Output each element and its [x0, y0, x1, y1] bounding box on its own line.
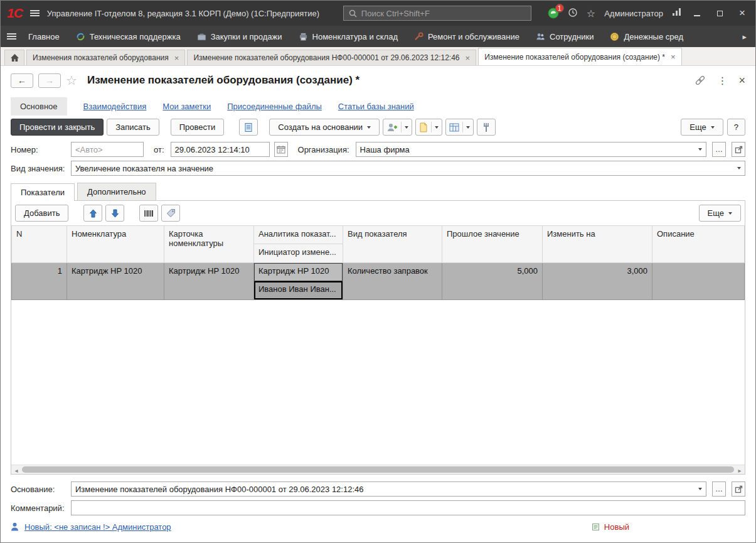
notifications-icon[interactable]: 1 — [548, 8, 559, 19]
scrollbar-thumb[interactable] — [22, 466, 734, 473]
value-kind-dropdown-button[interactable] — [733, 161, 745, 175]
window-tab-list[interactable]: Изменения показателей оборудования — [26, 50, 185, 65]
cell-initiator-focused[interactable]: Иванов Иван Иван... — [254, 281, 343, 299]
forward-button[interactable] — [38, 73, 61, 88]
nav-kb-articles[interactable]: Статьи базы знаний — [338, 102, 414, 111]
base-field[interactable] — [71, 481, 706, 497]
cell-previous-value[interactable]: 5,000 — [442, 263, 543, 300]
cell-kind[interactable]: Количество заправок — [343, 263, 442, 300]
sections-overflow-icon[interactable] — [740, 32, 749, 41]
post-and-close-button[interactable]: Провести и закрыть — [11, 119, 104, 136]
col-header-analytics-initiator[interactable]: Аналитика показат... Инициатор измене... — [254, 226, 343, 263]
section-employees[interactable]: Сотрудники — [528, 26, 602, 47]
post-button[interactable]: Провести — [171, 119, 225, 136]
number-field[interactable] — [71, 142, 144, 157]
section-tech-support[interactable]: Техническая поддержка — [68, 26, 189, 47]
section-warehouse[interactable]: Номенклатура и склад — [290, 26, 406, 47]
organization-dropdown-button[interactable] — [695, 142, 706, 156]
base-choose-button[interactable] — [712, 481, 726, 497]
col-header-initiator[interactable]: Инициатор измене... — [254, 244, 343, 262]
base-open-button[interactable] — [732, 481, 745, 497]
label-tag-button[interactable] — [161, 205, 180, 222]
scroll-left-icon[interactable] — [13, 465, 20, 475]
base-dropdown-button[interactable] — [695, 482, 706, 496]
document-status-link[interactable]: Новый: <не записан !> Администратор — [24, 522, 171, 532]
more-actions-icon[interactable] — [717, 75, 727, 87]
back-button[interactable] — [11, 73, 33, 88]
table-row[interactable]: 1 Картридж HP 1020 Картридж HP 1020 Карт… — [12, 263, 745, 300]
col-header-nomenclature[interactable]: Номенклатура — [67, 226, 164, 263]
add-to-favorites-icon[interactable] — [66, 73, 77, 88]
add-row-button[interactable]: Добавить — [15, 205, 68, 222]
cell-nomenclature[interactable]: Картридж HP 1020 — [67, 263, 164, 300]
reports-button[interactable] — [445, 119, 474, 136]
section-purchases[interactable]: Закупки и продажи — [189, 26, 290, 47]
cell-n[interactable]: 1 — [12, 263, 67, 300]
section-main[interactable]: Главное — [20, 26, 68, 47]
global-search-input[interactable]: Поиск Ctrl+Shift+F — [343, 6, 531, 21]
date-input[interactable] — [171, 145, 269, 154]
section-repair[interactable]: Ремонт и обслуживание — [406, 26, 528, 47]
cell-analytics[interactable]: Картридж HP 1020 — [254, 263, 343, 281]
cell-change-by[interactable]: 3,000 — [543, 263, 652, 300]
col-header-card[interactable]: Карточка номенклатуры — [164, 226, 254, 263]
col-header-change-by[interactable]: Изменить на — [543, 226, 652, 263]
save-button[interactable]: Записать — [107, 119, 159, 136]
favorites-icon[interactable] — [587, 8, 595, 19]
window-close-button[interactable] — [735, 7, 749, 19]
create-based-on-button[interactable]: Создать на основании — [269, 119, 380, 136]
cell-card[interactable]: Картридж HP 1020 — [164, 263, 254, 300]
value-kind-field[interactable] — [71, 161, 745, 176]
organization-choose-button[interactable] — [712, 142, 726, 157]
current-user-label[interactable]: Администратор — [604, 9, 663, 18]
customize-form-button[interactable] — [477, 119, 496, 136]
get-link-icon[interactable] — [695, 75, 706, 86]
tab-indicators[interactable]: Показатели — [11, 183, 75, 201]
sections-menu-icon[interactable] — [7, 33, 16, 40]
connection-speed-icon[interactable] — [672, 8, 681, 18]
col-header-analytics[interactable]: Аналитика показат... — [254, 226, 343, 244]
register-records-button[interactable] — [239, 119, 258, 136]
number-input[interactable] — [72, 145, 143, 154]
window-tab-document-new[interactable]: Изменение показателей оборудования (созд… — [478, 48, 681, 65]
window-tab-document-saved[interactable]: Изменение показателей оборудования НФ00-… — [187, 50, 476, 65]
move-down-button[interactable] — [105, 205, 124, 222]
organization-input[interactable] — [356, 145, 695, 154]
table-more-button[interactable]: Еще — [699, 205, 741, 222]
tab-close-icon[interactable] — [174, 53, 179, 63]
base-input[interactable] — [72, 485, 695, 494]
minimize-button[interactable] — [690, 7, 704, 19]
main-menu-icon[interactable] — [30, 10, 40, 16]
nav-my-notes[interactable]: Мои заметки — [162, 102, 211, 111]
history-icon[interactable] — [568, 8, 578, 19]
organization-open-button[interactable] — [732, 142, 745, 157]
home-tab[interactable] — [4, 50, 24, 65]
section-money[interactable]: Денежные сред — [602, 26, 691, 47]
nav-interactions[interactable]: Взаимодействия — [83, 102, 147, 111]
horizontal-scrollbar[interactable] — [11, 465, 745, 474]
form-close-icon[interactable] — [738, 74, 745, 87]
date-field[interactable] — [171, 142, 270, 157]
col-header-previous-value[interactable]: Прошлое значение — [442, 226, 543, 263]
nav-main[interactable]: Основное — [11, 97, 67, 116]
comment-field[interactable] — [71, 500, 745, 515]
help-button[interactable]: ? — [727, 119, 745, 136]
col-header-kind[interactable]: Вид показателя — [343, 226, 442, 263]
tab-close-icon[interactable] — [671, 52, 676, 62]
cell-analytics-initiator[interactable]: Картридж HP 1020 Иванов Иван Иван... — [254, 263, 343, 300]
cell-description[interactable] — [652, 263, 745, 300]
tab-additional[interactable]: Дополнительно — [77, 183, 156, 200]
col-header-description[interactable]: Описание — [652, 226, 745, 263]
nav-attached-files[interactable]: Присоединенные файлы — [227, 102, 322, 111]
col-header-n[interactable]: N — [12, 226, 67, 263]
calendar-button[interactable] — [274, 142, 288, 157]
tab-close-icon[interactable] — [466, 53, 471, 63]
more-button[interactable]: Еще — [681, 119, 723, 136]
move-up-button[interactable] — [83, 205, 102, 222]
organization-field[interactable] — [356, 142, 706, 157]
attach-file-button[interactable] — [415, 119, 442, 136]
barcode-button[interactable] — [139, 205, 158, 222]
create-contact-button[interactable] — [383, 119, 412, 136]
value-kind-input[interactable] — [72, 164, 733, 173]
comment-input[interactable] — [72, 503, 745, 513]
